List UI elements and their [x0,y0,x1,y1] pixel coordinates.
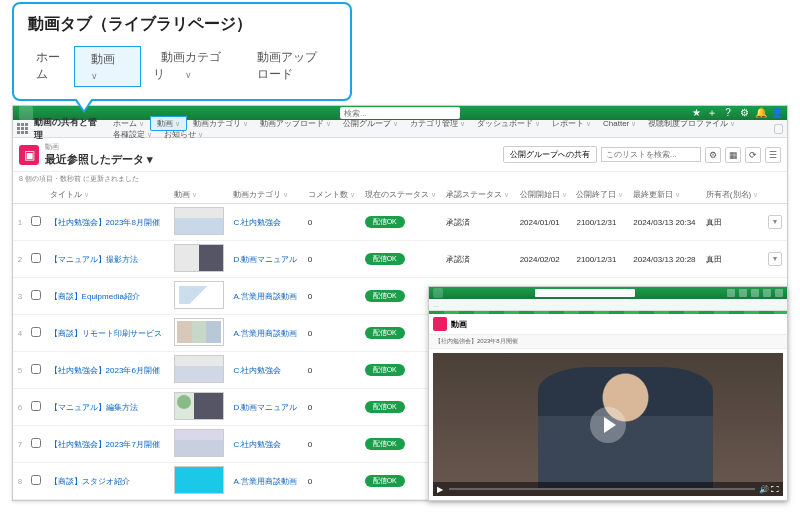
detail-window: … 動画 【社内勉強会】2023年8月開催 ▶ 🔊 ⛶ [428,286,788,501]
row-checkbox[interactable] [27,204,46,241]
row-checkbox[interactable] [27,426,46,463]
thumbnail-icon [174,355,224,383]
volume-icon[interactable]: 🔊 [759,485,767,493]
list-view-title[interactable]: 最近参照したデータ ▾ [45,152,153,167]
cell-category[interactable]: A.営業用商談動画 [229,278,303,315]
avatar-icon[interactable]: 👤 [771,108,781,118]
cell-category[interactable]: C.社内勉強会 [229,426,303,463]
callout-tab-video[interactable]: 動画 ∨ [74,46,141,87]
table-view-icon[interactable]: ▦ [725,147,741,163]
global-search[interactable] [340,107,460,119]
progress-bar[interactable] [449,488,755,490]
thumbnail-icon [174,207,224,235]
cell-thumb[interactable] [170,463,230,500]
row-menu[interactable]: ▾ [764,204,787,241]
row-menu[interactable]: ▾ [764,241,787,278]
column-header[interactable]: 動画カテゴリ∨ [229,186,303,204]
nav-tab[interactable]: レポート∨ [546,117,597,130]
column-header[interactable]: 公開開始日∨ [516,186,573,204]
cell-category[interactable]: A.営業用商談動画 [229,315,303,352]
chevron-down-icon: ∨ [198,131,203,138]
list-subnote: 8 個の項目・数秒前 に更新されました [13,172,787,186]
column-header[interactable] [27,186,46,204]
refresh-icon[interactable]: ⟳ [745,147,761,163]
detail-icon[interactable] [763,289,771,297]
play-small-icon[interactable]: ▶ [437,485,445,493]
row-checkbox[interactable] [27,278,46,315]
detail-icon[interactable] [775,289,783,297]
cell-title[interactable]: 【商談】Equipmedia紹介 [46,278,170,315]
callout-bubble: 動画タブ（ライブラリページ） ホーム 動画 ∨ 動画カテゴリ ∨ 動画アップロー… [12,2,352,101]
column-header[interactable]: コメント数∨ [304,186,361,204]
callout-tab-category[interactable]: 動画カテゴリ ∨ [145,45,245,87]
nav-tab[interactable]: 視聴制度プロファイル∨ [642,117,741,130]
column-header[interactable]: 承認ステータス∨ [442,186,515,204]
callout-tab-upload[interactable]: 動画アップロード [249,45,336,87]
table-row[interactable]: 2【マニュアル】撮影方法D.動画マニュアル0配信OK承認済2024/02/022… [13,241,787,278]
cell-category[interactable]: A.営業用商談動画 [229,463,303,500]
tab-edit-icon[interactable] [774,124,783,134]
callout-title: 動画タブ（ライブラリページ） [28,14,336,35]
cell-thumb[interactable] [170,315,230,352]
row-checkbox[interactable] [27,352,46,389]
cell-title[interactable]: 【社内勉強会】2023年8月開催 [46,204,170,241]
nav-tab[interactable]: ダッシュボード∨ [471,117,546,130]
column-header[interactable] [764,186,787,204]
cell-category[interactable]: D.動画マニュアル [229,389,303,426]
row-checkbox[interactable] [27,241,46,278]
cell-category[interactable]: D.動画マニュアル [229,241,303,278]
cell-thumb[interactable] [170,278,230,315]
cell-title[interactable]: 【商談】リモート印刷サービス [46,315,170,352]
column-header[interactable]: 最終更新日∨ [629,186,702,204]
column-header[interactable]: 公開終了日∨ [572,186,629,204]
row-checkbox[interactable] [27,389,46,426]
nav-tab[interactable]: Chatter∨ [597,117,642,130]
thumbnail-icon [174,244,224,272]
cell-thumb[interactable] [170,389,230,426]
cell-title[interactable]: 【マニュアル】撮影方法 [46,241,170,278]
chevron-down-icon[interactable]: ▾ [768,252,782,266]
nav-tab[interactable]: 動画アップロード∨ [254,117,337,130]
filter-icon[interactable]: ☰ [765,147,781,163]
callout-tab-home[interactable]: ホーム [28,45,70,87]
cell-thumb[interactable] [170,241,230,278]
cell-title[interactable]: 【社内勉強会】2023年6月開催 [46,352,170,389]
cell-category[interactable]: C.社内勉強会 [229,204,303,241]
detail-icon[interactable] [739,289,747,297]
cell-category[interactable]: C.社内勉強会 [229,352,303,389]
detail-search[interactable] [535,289,635,297]
column-header[interactable]: タイトル∨ [46,186,170,204]
bell-icon[interactable]: 🔔 [755,108,765,118]
cell-thumb[interactable] [170,426,230,463]
global-search-input[interactable] [344,109,456,118]
detail-icon[interactable] [727,289,735,297]
app-launcher-icon[interactable] [17,123,28,135]
column-header[interactable]: 動画∨ [170,186,230,204]
list-search-input[interactable] [601,147,701,162]
video-player[interactable]: ▶ 🔊 ⛶ [433,353,783,496]
cell-title[interactable]: 【商談】スタジオ紹介 [46,463,170,500]
play-icon[interactable] [590,407,626,443]
object-label: 動画 [45,142,153,152]
chevron-down-icon[interactable]: ▾ [768,215,782,229]
table-row[interactable]: 1【社内勉強会】2023年8月開催C.社内勉強会0配信OK承認済2024/01/… [13,204,787,241]
share-button[interactable]: 公開グループへの共有 [503,146,597,163]
cell-title[interactable]: 【マニュアル】編集方法 [46,389,170,426]
fullscreen-icon[interactable]: ⛶ [771,485,779,493]
video-controls[interactable]: ▶ 🔊 ⛶ [433,482,783,496]
chevron-down-icon: ∨ [139,120,144,127]
column-header[interactable]: 所有者(別名)∨ [702,186,764,204]
cell-title[interactable]: 【社内勉強会】2023年7月開催 [46,426,170,463]
cell-thumb[interactable] [170,352,230,389]
detail-logo-icon[interactable] [433,288,443,298]
row-checkbox[interactable] [27,315,46,352]
gear-icon[interactable]: ⚙ [739,108,749,118]
column-header[interactable]: 現在のステータス∨ [361,186,443,204]
column-header[interactable] [13,186,27,204]
row-checkbox[interactable] [27,463,46,500]
settings-icon[interactable]: ⚙ [705,147,721,163]
app-logo-icon[interactable] [19,106,33,120]
cell-thumb[interactable] [170,204,230,241]
chevron-down-icon: ∨ [326,120,331,127]
detail-icon[interactable] [751,289,759,297]
